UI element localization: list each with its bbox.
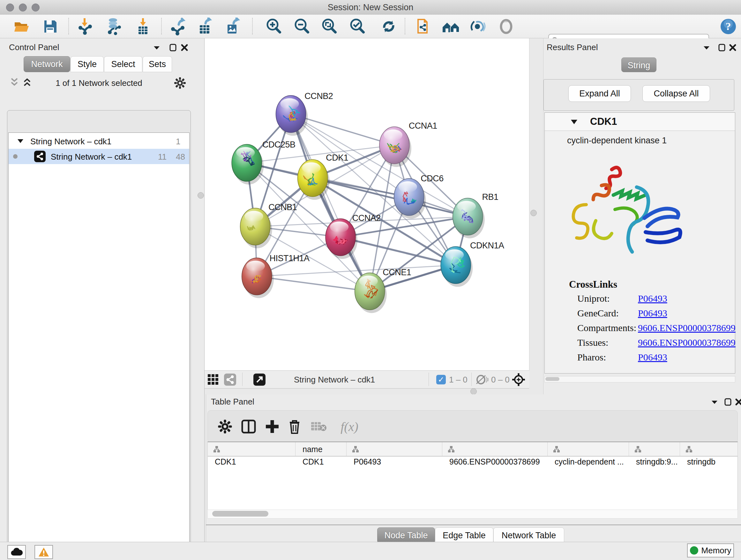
preview-button[interactable] [496,17,516,36]
horizontal-splitter-handle[interactable] [470,388,477,395]
expand-all-networks-button[interactable] [22,77,33,87]
tab-node-table[interactable]: Node Table [377,527,435,543]
results-hscroll-thumb[interactable] [545,377,559,381]
zoom-out-button[interactable] [292,17,312,36]
control-panel-menu-button[interactable] [152,43,163,52]
crosslink-link[interactable]: 9606.ENSP00000378699 [638,322,736,333]
network-list-view-button[interactable] [224,373,239,387]
open-session-button[interactable] [12,17,31,36]
table-cell[interactable]: 9606.ENSP00000378699 [449,457,547,471]
collapse-all-button[interactable]: Collapse All [643,85,710,102]
tab-string[interactable]: String [621,57,657,72]
network-options-gear-button[interactable] [174,76,188,90]
table-panel-menu-button[interactable] [711,397,721,407]
expand-all-button[interactable]: Expand All [568,85,631,102]
table-cell[interactable]: cyclin-dependent ... [555,457,628,471]
table-cell[interactable]: P06493 [354,457,442,471]
tab-network-table[interactable]: Network Table [493,527,564,543]
zoom-selected-button[interactable] [348,17,367,36]
fit-selected-button[interactable] [512,372,527,387]
selected-checkbox-icon[interactable]: ✓ [436,375,446,384]
zoom-fit-button[interactable] [320,17,339,36]
crosslink-link[interactable]: P06493 [638,352,667,363]
graph-node-CDC6[interactable]: CDC6 [394,174,444,219]
help-button[interactable]: ? [719,17,738,36]
graph-node-CCNE1[interactable]: CCNE1 [355,267,411,313]
tab-network[interactable]: Network [23,56,70,72]
crosslink-link[interactable]: P06493 [638,293,667,304]
grid-view-button[interactable] [207,373,222,387]
graph-node-CDC25B[interactable]: CDC25B [232,140,295,185]
right-splitter-handle[interactable] [530,210,537,216]
crosslinks-heading: CrossLinks [569,279,617,290]
collapse-all-networks-button[interactable] [10,77,20,87]
table-hscroll-thumb[interactable] [212,511,268,516]
warning-status-button[interactable] [35,545,53,559]
show-columns-button[interactable] [239,416,259,437]
network-canvas[interactable]: CCNB2CCNA1CDC25BCDK1CDC6RB1CCNB1CCNA2CDK… [205,38,529,370]
network-collection-row[interactable]: String Network – cdk1 1 [9,133,189,149]
home-button[interactable] [441,17,461,36]
column-header-database-identifier[interactable]: database identifier [442,442,548,456]
control-panel-float-button[interactable] [169,43,180,52]
node-section-header[interactable]: CDK1 [545,113,735,131]
function-builder-button[interactable]: f(x) [333,416,365,437]
node-section-title: CDK1 [590,116,617,127]
tab-select[interactable]: Select [104,56,142,72]
delete-table-button[interactable] [309,416,329,437]
crosslink-link[interactable]: P06493 [638,308,667,319]
shared-column-icon [448,445,455,453]
import-table-button[interactable] [133,17,152,36]
tab-style[interactable]: Style [71,56,104,72]
column-header-canonical-name[interactable]: canonical name [347,442,442,456]
export-table-button[interactable] [195,17,214,36]
table-panel-close-button[interactable] [735,397,741,407]
left-splitter-handle[interactable] [198,192,204,199]
column-header-namespac[interactable]: namespac [680,442,738,456]
results-panel-close-button[interactable] [729,43,739,52]
network-row[interactable]: String Network – cdk1 11 48 [9,149,189,164]
column-header-name[interactable]: name [295,442,347,456]
control-panel-title: Control Panel [9,43,59,52]
table-cell[interactable]: CDK1 [302,457,346,471]
table-cell[interactable]: stringdb:9... [636,457,679,471]
import-database-button[interactable] [104,17,123,36]
table-hscrollbar[interactable] [207,509,738,518]
memory-button[interactable]: Memory [687,543,734,557]
detach-view-button[interactable] [253,373,268,387]
graph-node-CCNA1[interactable]: CCNA1 [380,121,437,167]
table-options-gear-button[interactable] [215,416,235,437]
results-panel-menu-button[interactable] [702,43,713,52]
control-panel-close-button[interactable] [180,43,191,52]
cloud-status-button[interactable] [7,545,26,559]
string-network-graph[interactable]: CCNB2CCNA1CDC25BCDK1CDC6RB1CCNB1CCNA2CDK… [205,38,529,370]
column-header--id[interactable]: @id [629,442,680,456]
column-header-description[interactable]: description [548,442,629,456]
graph-node-CDKN1A[interactable]: CDKN1A [441,241,504,287]
tab-sets[interactable]: Sets [143,56,172,72]
table-cell[interactable]: CDK1 [215,457,295,471]
external-window-icon [253,373,266,386]
create-column-button[interactable] [262,416,282,437]
chevron-down-icon [702,44,711,52]
import-network-button[interactable] [76,17,95,36]
crosslink-link[interactable]: 9606.ENSP00000378699 [638,337,736,348]
export-image-button[interactable] [223,17,242,36]
show-graphics-details-button[interactable] [468,17,488,36]
node-table[interactable]: shared nameCDK1nameCDK1canonical nameP06… [207,442,738,510]
results-hscrollbar[interactable] [544,376,735,382]
double-chevron-down-icon [10,77,19,87]
table-panel-float-button[interactable] [724,397,735,407]
open-in-browser-button[interactable] [414,17,433,36]
results-panel-float-button[interactable] [718,43,729,52]
zoom-in-button[interactable] [264,17,283,36]
refresh-button[interactable] [379,17,398,36]
graph-node-RB1[interactable]: RB1 [453,192,498,238]
column-header-shared-name[interactable]: shared name [208,442,295,456]
tab-edge-table[interactable]: Edge Table [435,527,493,543]
delete-column-button[interactable] [284,416,305,437]
table-cell[interactable]: stringdb [687,457,737,471]
export-network-button[interactable] [169,17,188,36]
graph-node-CCNB2[interactable]: CCNB2 [276,91,333,136]
save-session-button[interactable] [41,17,60,36]
